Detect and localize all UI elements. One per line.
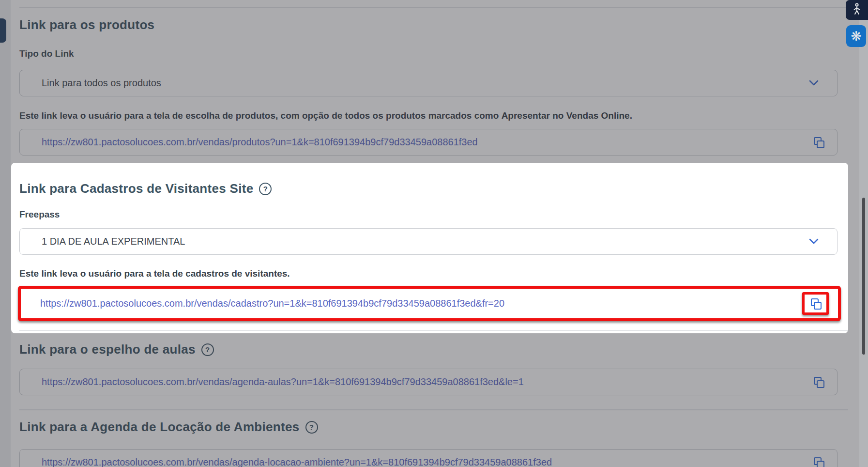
- products-description-text: Este link leva o usuário para a tela de …: [19, 110, 502, 121]
- products-description-bold: Apresentar no Vendas Online.: [502, 110, 632, 121]
- class-mirror-section-title: Link para o espelho de aulas ?: [19, 342, 214, 357]
- visitors-url-field-highlighted[interactable]: https://zw801.pactosolucoes.com.br/venda…: [18, 286, 841, 321]
- visitors-description: Este link leva o usuário para a tela de …: [19, 268, 290, 279]
- link-type-select[interactable]: Link para todos os produtos: [19, 70, 838, 96]
- scrollbar-thumb[interactable]: [862, 198, 865, 355]
- visitors-title-text: Link para Cadastros de Visitantes Site: [19, 181, 253, 196]
- freepass-select[interactable]: 1 DIA DE AULA EXPERIMENTAL: [19, 228, 838, 255]
- products-section-title: Link para os produtos: [19, 17, 154, 32]
- links-settings-page: Link para os produtos Tipo do Link Link …: [0, 0, 868, 467]
- accessibility-icon: [851, 3, 863, 17]
- copy-button[interactable]: [813, 376, 824, 388]
- products-title-text: Link para os produtos: [19, 17, 154, 32]
- products-description: Este link leva o usuário para a tela de …: [19, 110, 632, 121]
- collapsed-sidebar-handle[interactable]: [0, 18, 6, 43]
- freepass-select-value: 1 DIA DE AULA EXPERIMENTAL: [42, 236, 185, 247]
- environment-booking-title-text: Link para a Agenda de Locação de Ambient…: [19, 420, 300, 435]
- section-divider: [19, 7, 848, 8]
- environment-booking-url-text: https://zw801.pactosolucoes.com.br/venda…: [42, 457, 552, 467]
- environment-booking-section-title: Link para a Agenda de Locação de Ambient…: [19, 420, 318, 435]
- copy-button[interactable]: [813, 457, 824, 467]
- link-type-label: Tipo do Link: [19, 48, 74, 59]
- help-icon[interactable]: ?: [259, 183, 272, 195]
- environment-booking-url-field[interactable]: https://zw801.pactosolucoes.com.br/venda…: [19, 449, 838, 467]
- chevron-down-icon: [809, 79, 819, 88]
- class-mirror-title-text: Link para o espelho de aulas: [19, 342, 196, 357]
- accessibility-extension-button[interactable]: [846, 0, 868, 20]
- visitors-url-text: https://zw801.pactosolucoes.com.br/venda…: [40, 298, 504, 309]
- page-left-gutter: [0, 0, 11, 467]
- products-url-field[interactable]: https://zw801.pactosolucoes.com.br/venda…: [19, 129, 838, 156]
- copy-button-highlighted[interactable]: [802, 292, 829, 315]
- link-type-select-value: Link para todos os produtos: [42, 78, 161, 89]
- chatgpt-extension-button[interactable]: ❋: [846, 25, 866, 47]
- visitors-section-title: Link para Cadastros de Visitantes Site ?: [19, 181, 272, 196]
- freepass-label: Freepass: [19, 209, 60, 220]
- class-mirror-url-text: https://zw801.pactosolucoes.com.br/venda…: [42, 376, 524, 388]
- openai-logo-icon: ❋: [851, 30, 862, 43]
- help-icon[interactable]: ?: [201, 343, 214, 356]
- section-divider: [19, 330, 848, 331]
- copy-icon: [810, 298, 822, 310]
- section-divider: [19, 409, 848, 410]
- help-icon[interactable]: ?: [305, 421, 318, 434]
- copy-button[interactable]: [813, 137, 824, 148]
- chevron-down-icon: [809, 237, 819, 246]
- products-url-text: https://zw801.pactosolucoes.com.br/venda…: [42, 137, 478, 148]
- class-mirror-url-field[interactable]: https://zw801.pactosolucoes.com.br/venda…: [19, 369, 838, 395]
